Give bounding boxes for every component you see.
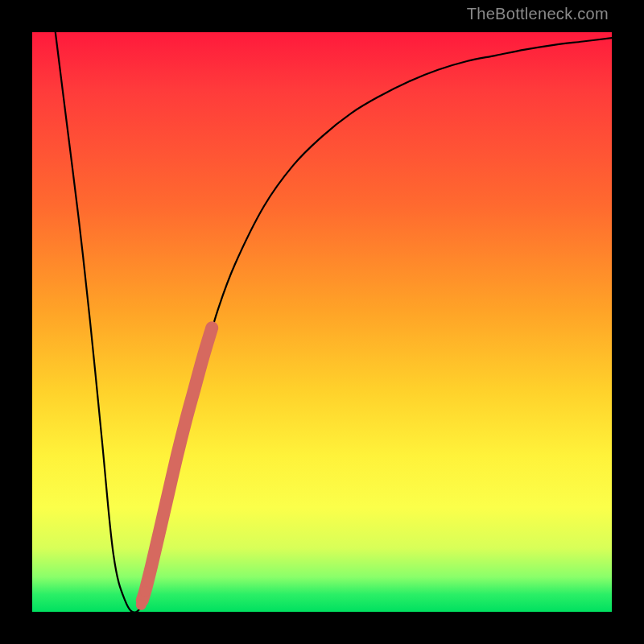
chart-frame: TheBottleneck.com — [0, 0, 644, 644]
highlight-dot — [136, 600, 147, 610]
highlight-dot — [140, 586, 151, 597]
watermark-text: TheBottleneck.com — [467, 5, 609, 23]
bottleneck-curve — [56, 32, 612, 613]
curve-svg — [32, 32, 612, 612]
highlight-segment — [136, 328, 212, 610]
plot-area — [32, 32, 612, 612]
highlight-line — [142, 328, 212, 600]
